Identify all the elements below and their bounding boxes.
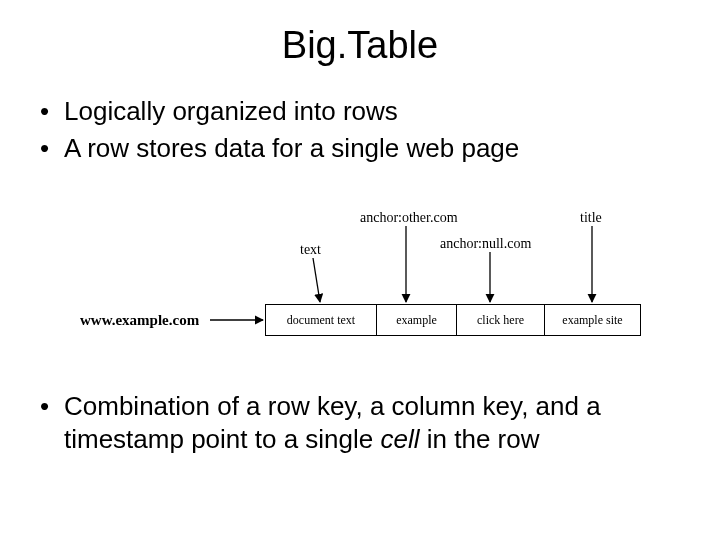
bullet-text-suffix: in the row (420, 424, 540, 454)
bullet-text-em: cell (381, 424, 420, 454)
bullet-item: Combination of a row key, a column key, … (40, 390, 680, 455)
bullet-list-top: Logically organized into rows A row stor… (40, 95, 680, 164)
slide-title: Big.Table (40, 24, 680, 67)
bullet-list-bottom: Combination of a row key, a column key, … (40, 390, 680, 455)
arrows (80, 194, 640, 364)
bullet-item: Logically organized into rows (40, 95, 680, 128)
svg-line-1 (313, 258, 320, 302)
slide: Big.Table Logically organized into rows … (0, 0, 720, 540)
bullet-item: A row stores data for a single web page (40, 132, 680, 165)
bigtable-row-diagram: text anchor:other.com anchor:null.com ti… (80, 194, 640, 364)
